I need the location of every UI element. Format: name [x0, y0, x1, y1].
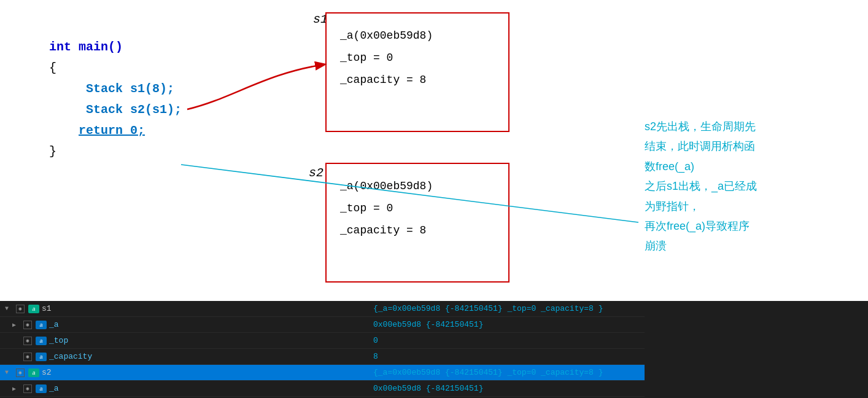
s1-var-label: s1: [42, 304, 52, 313]
s2-box: _a(0x00eb59d8) _top = 0 _capacity = 8: [325, 163, 510, 283]
expand-icon-s1-cap: [12, 353, 21, 360]
debug-row-s1-a[interactable]: ▶ ◉ a _a 0x00eb59d8 {-842150451}: [0, 317, 645, 333]
expand-icon-s1: ▼: [5, 305, 14, 312]
var-icon-s1-cap: a: [36, 353, 47, 361]
class-stack-s1: Stack s1(8);: [79, 82, 174, 96]
debug-val-s1-a: 0x00eb59d8 {-842150451}: [368, 320, 645, 329]
s1-box-content: _a(0x00eb59d8) _top = 0 _capacity = 8: [327, 14, 508, 102]
debug-col-left-s1-cap: ◉ a _capacity: [0, 352, 368, 361]
expand-icon-s1-top: [12, 337, 21, 344]
class-stack-s2: Stack s2(s1);: [79, 103, 182, 117]
debug-val-s2-a: 0x00eb59d8 {-842150451}: [368, 384, 645, 393]
debug-col-left-s1-a: ▶ ◉ a _a: [0, 320, 368, 329]
s2-a-label: _a: [49, 384, 59, 393]
expand-icon-s1-a: ▶: [12, 321, 21, 329]
s2-line1: _a(0x00eb59d8): [340, 175, 495, 197]
debug-row-s2[interactable]: ▼ ◉ a s2 {_a=0x00eb59d8 {-842150451} _to…: [0, 365, 645, 381]
var-icon-s1-a: a: [36, 321, 47, 329]
code-line-1: int main(): [49, 37, 182, 58]
code-line-6: }: [49, 141, 182, 162]
var-icon-s1-top: a: [36, 337, 47, 345]
s1-line1: _a(0x00eb59d8): [340, 25, 495, 47]
debug-row-s2-a[interactable]: ▶ ◉ a _a 0x00eb59d8 {-842150451}: [0, 381, 645, 397]
s1-a-label: _a: [49, 320, 59, 329]
s1-arrow: [187, 64, 324, 109]
code-line-2: {: [49, 58, 182, 79]
s1-line2: _top = 0: [340, 47, 495, 69]
watch-icon-s2-a: ◉: [23, 384, 32, 393]
s1-top-label: _top: [49, 336, 68, 345]
var-icon-s2: a: [28, 369, 39, 377]
watch-icon-s1-cap: ◉: [23, 353, 32, 361]
code-block: int main() { Stack s1(8); Stack s2(s1); …: [49, 37, 182, 162]
right-annotation: s2先出栈，生命周期先结束，此时调用析构函数free(_a)之后s1出栈，_a已…: [645, 117, 853, 256]
debug-row-s1-top[interactable]: ◉ a _top 0: [0, 333, 645, 349]
main-content: int main() { Stack s1(8); Stack s2(s1); …: [0, 0, 868, 301]
debug-row-s1-capacity[interactable]: ◉ a _capacity 8: [0, 349, 645, 365]
debug-row-s1[interactable]: ▼ ◉ a s1 {_a=0x00eb59d8 {-842150451} _to…: [0, 301, 645, 317]
keyword-int: int main(): [49, 40, 123, 54]
debug-val-s2: {_a=0x00eb59d8 {-842150451} _top=0 _capa…: [368, 368, 645, 377]
debug-val-s1: {_a=0x00eb59d8 {-842150451} _top=0 _capa…: [368, 304, 645, 313]
s1-box: _a(0x00eb59d8) _top = 0 _capacity = 8: [325, 12, 510, 132]
s2-label: s2: [309, 166, 324, 180]
watch-icon-s1-top: ◉: [23, 337, 32, 345]
expand-icon-s2-a: ▶: [12, 385, 21, 392]
s2-var-label: s2: [42, 368, 52, 377]
debug-col-left-s2: ▼ ◉ a s2: [0, 368, 368, 377]
s1-line3: _capacity = 8: [340, 69, 495, 91]
var-icon-s2-a: a: [36, 384, 47, 393]
s2-line2: _top = 0: [340, 197, 495, 219]
var-icon-s1: a: [28, 305, 39, 313]
code-line-3: Stack s1(8);: [49, 79, 182, 99]
watch-icon-s1-a: ◉: [23, 321, 32, 329]
debug-col-left-s1-top: ◉ a _top: [0, 336, 368, 345]
debug-panel: ▼ ◉ a s1 {_a=0x00eb59d8 {-842150451} _to…: [0, 301, 645, 398]
debug-col-left-s2-a: ▶ ◉ a _a: [0, 384, 368, 393]
annotation-text: s2先出栈，生命周期先结束，此时调用析构函数free(_a)之后s1出栈，_a已…: [645, 120, 757, 252]
s1-cap-label: _capacity: [49, 352, 92, 361]
debug-col-left-s1: ▼ ◉ a s1: [0, 304, 368, 313]
code-line-4: Stack s2(s1);: [49, 99, 182, 120]
debug-val-s1-top: 0: [368, 336, 645, 345]
watch-icon-s2: ◉: [16, 369, 25, 377]
watch-icon-s1: ◉: [16, 305, 25, 313]
code-line-5: return 0;: [49, 120, 182, 141]
debug-val-s1-cap: 8: [368, 352, 645, 361]
s2-box-content: _a(0x00eb59d8) _top = 0 _capacity = 8: [327, 164, 508, 252]
expand-icon-s2: ▼: [5, 369, 14, 376]
s2-line3: _capacity = 8: [340, 219, 495, 241]
return-statement: return 0;: [79, 123, 145, 138]
